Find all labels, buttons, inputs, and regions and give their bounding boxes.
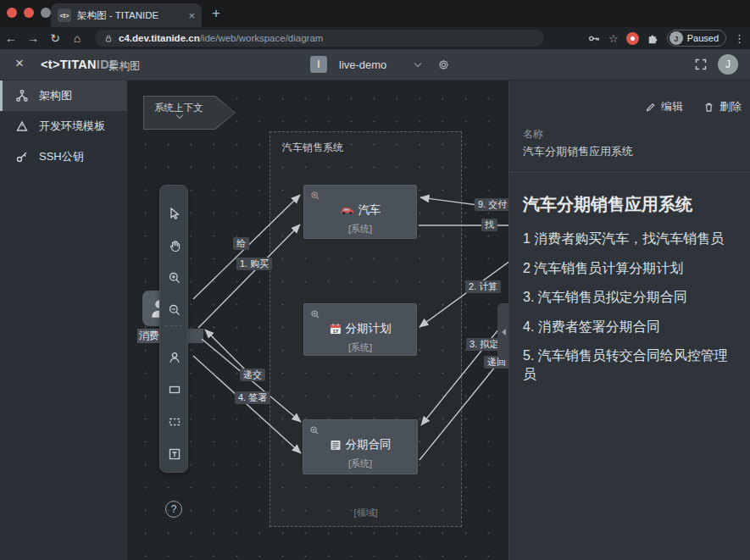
zoom-in-tool-icon[interactable] (168, 271, 181, 285)
delete-button[interactable]: 删除 (703, 99, 742, 114)
help-button[interactable]: ? (165, 501, 182, 518)
select-tool-icon[interactable] (168, 207, 181, 220)
window-close-button[interactable] (7, 8, 17, 18)
doc-item: 1 消费者购买汽车，找汽车销售员 (523, 230, 738, 248)
delete-button-label: 删除 (719, 99, 742, 114)
zoom-in-node-icon[interactable] (309, 425, 319, 435)
edge-label[interactable]: 1. 购买 (236, 258, 272, 270)
doc-item: 4. 消费者签署分期合同 (523, 318, 738, 336)
boundary-title: 汽车销售系统 (282, 141, 343, 155)
bookmark-star-icon[interactable]: ☆ (608, 32, 619, 45)
header-page-title: 架构图 (108, 59, 141, 74)
browser-toolbar: ← → ↻ ⌂ c4.dev.titanide.cn/ide/web/works… (0, 27, 750, 49)
settings-gear-icon[interactable] (437, 58, 450, 71)
doc-heading: 汽车分期销售应用系统 (523, 193, 692, 216)
new-tab-button[interactable]: + (212, 5, 220, 22)
context-level-selector[interactable]: 系统上下文 (143, 96, 236, 130)
car-icon (340, 205, 354, 215)
edge-label[interactable]: 2. 计算 (465, 280, 501, 293)
home-icon[interactable]: ⌂ (66, 31, 88, 45)
doc-item: 3. 汽车销售员拟定分期合同 (523, 288, 738, 307)
node-type: [系统] (304, 223, 416, 244)
edge-label[interactable]: 9. 交付 (475, 198, 508, 211)
back-icon[interactable]: ← (0, 31, 22, 45)
app-logo: <t>TITANIDE (41, 58, 118, 71)
node-car[interactable]: 汽车 [系统] (303, 185, 417, 239)
sidebar-item-label: 开发环境模板 (39, 119, 105, 134)
url-domain: c4.dev.titanide.cn (119, 33, 200, 43)
edit-button-label: 编辑 (661, 99, 683, 114)
add-boundary-tool-icon[interactable] (168, 415, 181, 429)
sidebar-item-label: 架构图 (39, 88, 72, 103)
password-key-icon[interactable] (588, 32, 601, 45)
workspace-name: live-demo (339, 58, 386, 71)
tab-close-icon[interactable]: × (188, 9, 195, 22)
tool-palette (159, 185, 188, 473)
edge-label[interactable]: 找 (481, 219, 497, 231)
app-header: × <t>TITANIDE 架构图 I live-demo J (0, 49, 750, 80)
panel-divider (509, 172, 750, 173)
panel-actions: 编辑 删除 (645, 99, 742, 114)
extensions-puzzle-icon[interactable] (647, 32, 659, 45)
profile-status: Paused (687, 33, 719, 43)
chevron-down-icon[interactable] (414, 59, 421, 66)
node-type: [系统] (304, 341, 416, 363)
user-avatar[interactable]: J (718, 54, 738, 75)
calendar-icon: 17 (330, 323, 342, 335)
doc-item: 2 汽车销售员计算分期计划 (523, 259, 738, 278)
edge-label[interactable]: 4. 签署 (235, 391, 270, 404)
node-installment-contract[interactable]: 分期合同 [系统] (303, 419, 418, 474)
logo-mark: <t> (41, 58, 60, 71)
screen: <t> 架构图 - TITANIDE × + ← → ↻ ⌂ c4.dev.ti… (0, 0, 750, 560)
node-installment-plan[interactable]: 17 分期计划 [系统] (303, 303, 417, 356)
reload-icon[interactable]: ↻ (44, 31, 66, 45)
edge-label[interactable]: 给 (233, 237, 249, 250)
browser-tab[interactable]: <t> 架构图 - TITANIDE × (51, 3, 202, 27)
lock-icon (103, 33, 114, 44)
url-path: /ide/web/workspace/diagram (200, 33, 324, 43)
extension-badge-icon[interactable] (626, 32, 639, 45)
browser-tabstrip: <t> 架构图 - TITANIDE × + (0, 0, 750, 27)
sidebar-item-dev-env-template[interactable]: 开发环境模板 (0, 111, 127, 141)
app-close-icon[interactable]: × (15, 55, 24, 72)
palette-divider (165, 325, 182, 326)
add-text-tool-icon[interactable] (168, 447, 181, 461)
document-icon (330, 440, 342, 451)
window-minimize-button[interactable] (24, 8, 34, 18)
add-box-tool-icon[interactable] (168, 383, 181, 396)
address-bar[interactable]: c4.dev.titanide.cn/ide/web/workspace/dia… (95, 30, 544, 47)
toolbar-right: ☆ J Paused ⋮ (588, 27, 745, 49)
browser-menu-icon[interactable]: ⋮ (734, 32, 745, 45)
pan-hand-tool-icon[interactable] (168, 239, 181, 252)
node-type: [系统] (303, 457, 417, 479)
forward-icon[interactable]: → (22, 31, 44, 45)
edge-label[interactable]: 递交 (240, 369, 265, 381)
sidebar-item-diagram[interactable]: 架构图 (0, 80, 127, 111)
pencil-icon (645, 102, 656, 113)
add-person-tool-icon[interactable] (168, 351, 181, 364)
workspace-badge: I (310, 56, 327, 73)
edit-button[interactable]: 编辑 (645, 99, 683, 114)
chevron-left-icon (502, 329, 506, 335)
name-field-value: 汽车分期销售应用系统 (523, 144, 633, 159)
fullscreen-icon[interactable] (694, 58, 708, 71)
zoom-in-node-icon[interactable] (310, 191, 320, 201)
tab-favicon: <t> (58, 8, 71, 22)
zoom-in-node-icon[interactable] (310, 309, 320, 319)
profile-avatar: J (669, 31, 683, 45)
logo-titan: TITAN (60, 58, 97, 71)
sidebar-item-label: SSH公钥 (39, 149, 84, 164)
workspace-selector[interactable]: I live-demo (310, 56, 450, 73)
window-zoom-button[interactable] (41, 8, 51, 18)
diagram-canvas[interactable]: 系统上下文 汽车销售系统 [领域] 消费者 汽车 [系统] 17 分期计划 (127, 80, 508, 560)
zoom-out-tool-icon[interactable] (168, 303, 181, 317)
tab-title: 架构图 - TITANIDE (77, 9, 183, 22)
node-title: 分期计划 (346, 321, 392, 336)
edge-label[interactable]: 3. 拟定 (466, 338, 502, 351)
sidebar-item-ssh-key[interactable]: SSH公钥 (0, 141, 127, 172)
browser-profile-button[interactable]: J Paused (667, 30, 726, 47)
diagram-branch-icon (15, 89, 29, 103)
key-icon (15, 150, 29, 164)
details-panel: 编辑 删除 名称 汽车分期销售应用系统 汽车分期销售应用系统 1 消费者购买汽车… (508, 80, 750, 560)
panel-collapse-handle[interactable] (497, 303, 508, 360)
